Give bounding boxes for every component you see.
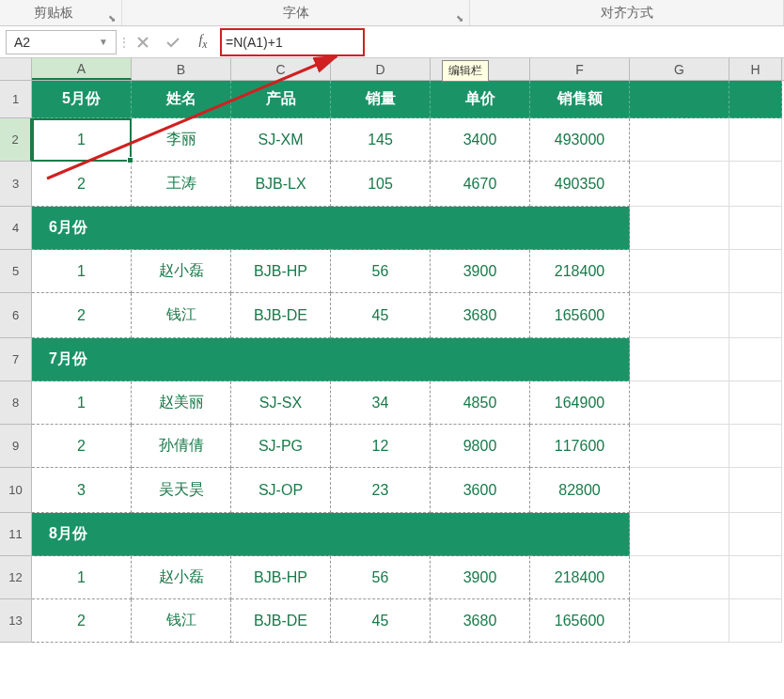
row-header-11[interactable]: 11 [0, 513, 32, 556]
cell[interactable]: SJ-SX [231, 381, 331, 425]
cell[interactable]: 12 [331, 425, 431, 468]
cell[interactable]: 3400 [431, 118, 530, 162]
cell[interactable] [331, 338, 431, 381]
section-label[interactable]: 7月份 [32, 338, 132, 381]
cell-empty[interactable] [729, 468, 782, 513]
cell[interactable]: 4850 [431, 381, 530, 425]
cell[interactable]: 218400 [530, 250, 630, 293]
cell[interactable]: 82800 [530, 468, 630, 513]
formula-input[interactable]: =N(A1)+1 [218, 30, 778, 54]
row-header-13[interactable]: 13 [0, 599, 32, 643]
cell[interactable]: 3 [32, 468, 132, 513]
cell[interactable]: 34 [331, 381, 431, 425]
row-header-8[interactable]: 8 [0, 381, 32, 425]
cell[interactable]: 1 [32, 381, 132, 425]
col-header-B[interactable]: B [132, 58, 231, 80]
cell[interactable]: 9800 [431, 425, 530, 468]
cell[interactable] [431, 207, 530, 250]
section-label[interactable]: 6月份 [32, 207, 132, 250]
name-box[interactable]: A2 ▼ [6, 30, 117, 54]
cell[interactable]: SJ-XM [231, 118, 331, 162]
cell-empty[interactable] [630, 250, 729, 293]
col-header-H[interactable]: H [729, 58, 782, 80]
col-header-G[interactable]: G [630, 58, 729, 80]
cell[interactable]: 165600 [530, 599, 630, 643]
cell[interactable]: 姓名 [132, 81, 231, 118]
cell[interactable]: 钱江 [132, 599, 231, 643]
cell[interactable]: 3680 [431, 599, 530, 643]
cell[interactable] [331, 513, 431, 556]
cell[interactable]: SJ-PG [231, 425, 331, 468]
row-header-5[interactable]: 5 [0, 250, 32, 293]
cell[interactable]: 218400 [530, 556, 630, 599]
cell-empty[interactable] [630, 118, 729, 162]
cell-empty[interactable] [729, 338, 782, 381]
cell[interactable]: 145 [331, 118, 431, 162]
cell[interactable]: 2 [32, 599, 132, 643]
cell[interactable]: 56 [331, 250, 431, 293]
cell-empty[interactable] [729, 425, 782, 468]
cell[interactable]: 3900 [431, 250, 530, 293]
cell[interactable]: 孙倩倩 [132, 425, 231, 468]
cell[interactable]: 李丽 [132, 118, 231, 162]
cell[interactable] [431, 513, 530, 556]
cell[interactable]: 493000 [530, 118, 630, 162]
cell[interactable]: 490350 [530, 162, 630, 207]
cell[interactable]: 3600 [431, 468, 530, 513]
cell[interactable] [132, 513, 231, 556]
cell[interactable]: BJB-LX [231, 162, 331, 207]
cell-empty[interactable] [729, 118, 782, 162]
cell-empty[interactable] [630, 381, 729, 425]
cell-empty[interactable] [729, 293, 782, 338]
enter-button[interactable] [158, 30, 188, 54]
row-header-6[interactable]: 6 [0, 293, 32, 338]
cell[interactable] [431, 338, 530, 381]
cell-empty[interactable] [630, 599, 729, 643]
cell[interactable]: 王涛 [132, 162, 231, 207]
chevron-down-icon[interactable]: ▼ [99, 37, 108, 47]
cell-empty[interactable] [630, 556, 729, 599]
cell[interactable]: 1 [32, 118, 132, 162]
cell[interactable]: 117600 [530, 425, 630, 468]
cell[interactable]: 1 [32, 556, 132, 599]
row-header-10[interactable]: 10 [0, 468, 32, 513]
col-header-D[interactable]: D [331, 58, 431, 80]
cell[interactable]: 45 [331, 599, 431, 643]
cell-empty[interactable] [630, 468, 729, 513]
cell[interactable] [132, 207, 231, 250]
cell[interactable] [231, 207, 331, 250]
cell-empty[interactable] [630, 162, 729, 207]
cell[interactable]: 3680 [431, 293, 530, 338]
cell-empty[interactable] [630, 338, 729, 381]
cell[interactable]: 4670 [431, 162, 530, 207]
cell[interactable]: 钱江 [132, 293, 231, 338]
cell[interactable]: 吴天昊 [132, 468, 231, 513]
cell-empty[interactable] [729, 556, 782, 599]
cell-empty[interactable] [729, 207, 782, 250]
cell[interactable]: 2 [32, 162, 132, 207]
cell[interactable]: 单价 [431, 81, 530, 118]
row-header-2[interactable]: 2 [0, 118, 32, 162]
cell[interactable]: 2 [32, 293, 132, 338]
col-header-C[interactable]: C [231, 58, 331, 80]
cell[interactable]: BJB-HP [231, 250, 331, 293]
cell-empty[interactable] [729, 513, 782, 556]
cell[interactable] [530, 338, 630, 381]
cell[interactable]: SJ-OP [231, 468, 331, 513]
cell-empty[interactable] [630, 293, 729, 338]
dialog-launcher-icon[interactable]: ⬊ [106, 12, 118, 23]
cell[interactable]: BJB-HP [231, 556, 331, 599]
col-header-A[interactable]: A [32, 58, 132, 80]
cell[interactable] [331, 207, 431, 250]
select-all-corner[interactable] [0, 58, 32, 80]
section-label[interactable]: 8月份 [32, 513, 132, 556]
cell-empty[interactable] [630, 425, 729, 468]
cell[interactable]: 1 [32, 250, 132, 293]
cell[interactable]: 产品 [231, 81, 331, 118]
cancel-button[interactable] [128, 30, 158, 54]
row-header-7[interactable]: 7 [0, 338, 32, 381]
col-header-F[interactable]: F [530, 58, 630, 80]
cell[interactable]: 赵美丽 [132, 381, 231, 425]
cell[interactable]: 23 [331, 468, 431, 513]
cell[interactable]: 45 [331, 293, 431, 338]
